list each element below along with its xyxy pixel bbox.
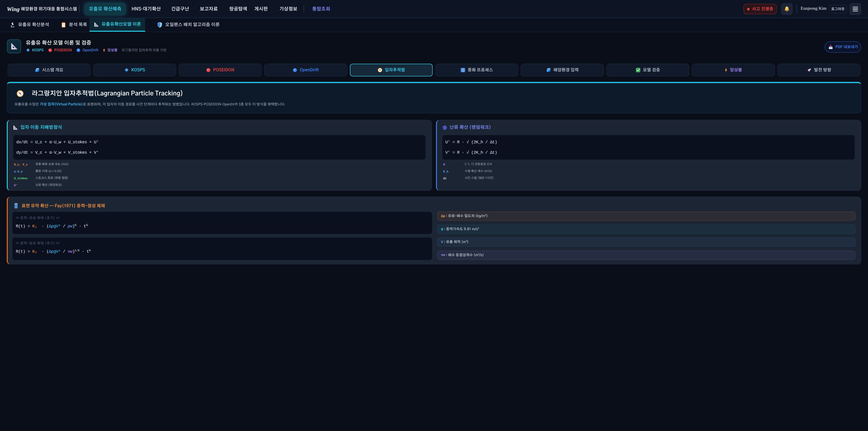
svg-text:Wing: Wing (7, 6, 20, 12)
